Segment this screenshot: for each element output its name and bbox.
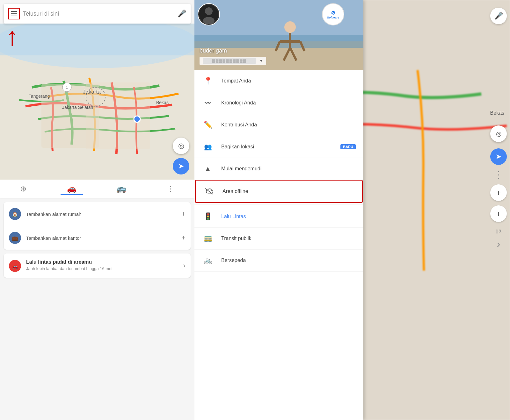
right-plus-button-2[interactable]: + bbox=[490, 205, 507, 222]
profile-dropdown-icon[interactable]: ▼ bbox=[259, 59, 263, 63]
baru-badge: BARU bbox=[340, 144, 356, 149]
profile-email-box[interactable]: ▓▓▓▓▓▓▓▓▓▓ ▼ bbox=[200, 57, 266, 65]
traffic-icon: 🚗 bbox=[9, 260, 21, 272]
right-mic-button[interactable]: 🎤 bbox=[490, 8, 507, 24]
tab-more[interactable]: ⋮ bbox=[160, 183, 181, 195]
cloud-offline-icon bbox=[205, 188, 214, 195]
menu-item-kontribusi[interactable]: ✏️ Kontribusi Anda bbox=[194, 114, 363, 136]
traffic-alert[interactable]: 🚗 Lalu lintas padat di areamu Jauh lebih… bbox=[4, 253, 191, 278]
profile-header: ⚙ Software buder gam ▓▓▓▓▓▓▓▓▓▓ ▼ bbox=[194, 0, 363, 70]
traffic-subtitle: Jauh lebih lambat dan terlambat hingga 1… bbox=[26, 266, 183, 271]
transit-publik-label: Transit publik bbox=[221, 236, 356, 241]
train-icon: 🚃 bbox=[202, 233, 214, 244]
offline-icon bbox=[203, 186, 215, 197]
svg-text:1: 1 bbox=[66, 86, 68, 89]
tab-transit[interactable]: 🚌 bbox=[110, 183, 133, 195]
sidebar-drawer: ⚙ Software buder gam ▓▓▓▓▓▓▓▓▓▓ ▼ 📍 Temp… bbox=[194, 0, 363, 420]
navigate-button[interactable]: ➤ bbox=[173, 158, 189, 174]
right-plus-button[interactable]: + bbox=[490, 184, 507, 201]
mengemudi-label: Mulai mengemudi bbox=[221, 166, 356, 172]
bersepeda-label: Bersepeda bbox=[221, 258, 356, 263]
traffic-chevron-icon: › bbox=[183, 261, 186, 270]
traffic-light-icon: 🚦 bbox=[202, 211, 214, 222]
mic-icon[interactable]: 🎤 bbox=[178, 10, 186, 18]
map-svg: 1 bbox=[0, 24, 194, 180]
svg-rect-2 bbox=[0, 24, 194, 55]
bagikan-label: Bagikan lokasi bbox=[221, 144, 337, 150]
traffic-title: Lalu lintas padat di areamu bbox=[26, 259, 183, 265]
offline-label: Area offline bbox=[222, 189, 354, 194]
hamburger-menu-button[interactable] bbox=[8, 8, 20, 19]
lalu-lintas-label: Lalu Lintas bbox=[221, 214, 356, 219]
search-bar: 🎤 bbox=[4, 4, 191, 24]
svg-point-5 bbox=[134, 116, 140, 122]
right-side-controls: 🎤 Bekas ◎ ➤ ⋮ + + ga › bbox=[363, 0, 510, 420]
address-section: 🏠 Tambahkan alamat rumah + 💼 Tambahkan a… bbox=[4, 202, 191, 250]
add-home-button[interactable]: + bbox=[181, 210, 186, 218]
tempat-label: Tempat Anda bbox=[221, 78, 356, 84]
office-icon: 💼 bbox=[9, 232, 21, 244]
annotation-arrow-up: ↑ bbox=[6, 24, 18, 49]
bottom-tabs: ⊕ 🚗 🚌 ⋮ bbox=[0, 180, 194, 198]
svg-rect-4 bbox=[86, 82, 150, 149]
left-panel: 🎤 ↑ bbox=[0, 0, 194, 420]
menu-item-lalu-lintas[interactable]: 🚦 Lalu Lintas bbox=[194, 206, 363, 228]
map-area[interactable]: 1 Tangerang Jakarta Jakarta Selatan Beka… bbox=[0, 24, 194, 180]
right-bekas-label-2: ga bbox=[496, 228, 501, 234]
menu-item-bagikan[interactable]: 👥 Bagikan lokasi BARU bbox=[194, 136, 363, 158]
menu-item-kronologi[interactable]: 〰️ Kronologi Anda bbox=[194, 92, 363, 114]
traffic-content: Lalu lintas padat di areamu Jauh lebih l… bbox=[26, 259, 183, 271]
address-office[interactable]: 💼 Tambahkan alamat kantor + bbox=[4, 226, 191, 250]
menu-item-offline[interactable]: Area offline ⟸ bbox=[195, 180, 363, 203]
right-chevron-right-icon[interactable]: › bbox=[497, 238, 500, 250]
profile-name: buder gam bbox=[200, 47, 227, 54]
search-input[interactable] bbox=[23, 11, 178, 17]
drive-start-icon: ▲ bbox=[202, 163, 214, 174]
home-icon: 🏠 bbox=[9, 208, 21, 220]
transit-icon: 🚌 bbox=[117, 184, 126, 193]
share-location-icon: 👥 bbox=[202, 141, 214, 153]
address-home-label: Tambahkan alamat rumah bbox=[26, 211, 181, 217]
menu-item-tempat[interactable]: 📍 Tempat Anda bbox=[194, 70, 363, 92]
menu-item-transit-publik[interactable]: 🚃 Transit publik bbox=[194, 228, 363, 250]
location-pin-icon: 📍 bbox=[202, 75, 214, 87]
right-panel: ⚙ Software buder gam ▓▓▓▓▓▓▓▓▓▓ ▼ 📍 Temp… bbox=[194, 0, 510, 420]
bike-icon: 🚲 bbox=[202, 255, 214, 266]
software-label: Software bbox=[327, 16, 339, 19]
location-button[interactable]: ◎ bbox=[173, 138, 189, 154]
menu-separator bbox=[194, 204, 363, 204]
kontribusi-label: Kontribusi Anda bbox=[221, 122, 356, 128]
right-location-button[interactable]: ◎ bbox=[490, 125, 507, 142]
svg-point-22 bbox=[205, 7, 213, 15]
address-home[interactable]: 🏠 Tambahkan alamat rumah + bbox=[4, 202, 191, 226]
menu-list: 📍 Tempat Anda 〰️ Kronologi Anda ✏️ Kontr… bbox=[194, 70, 363, 420]
kronologi-label: Kronologi Anda bbox=[221, 100, 356, 106]
right-more-icon[interactable]: ⋮ bbox=[494, 169, 503, 180]
tab-drive[interactable]: 🚗 bbox=[61, 183, 83, 195]
right-bekas-label: Bekas bbox=[490, 110, 504, 116]
timeline-icon: 〰️ bbox=[202, 97, 214, 109]
software-logo: ⚙ Software bbox=[322, 3, 344, 25]
menu-item-mengemudi[interactable]: ▲ Mulai mengemudi bbox=[194, 158, 363, 180]
menu-item-bersepeda[interactable]: 🚲 Bersepeda bbox=[194, 250, 363, 272]
more-icon: ⋮ bbox=[167, 184, 174, 193]
address-office-label: Tambahkan alamat kantor bbox=[26, 235, 181, 241]
svg-point-14 bbox=[284, 21, 296, 33]
avatar-image bbox=[199, 5, 218, 24]
drive-icon: 🚗 bbox=[67, 184, 76, 193]
right-nav-button[interactable]: ➤ bbox=[490, 148, 507, 165]
add-office-button[interactable]: + bbox=[181, 234, 186, 242]
profile-avatar[interactable] bbox=[198, 3, 220, 25]
profile-email: ▓▓▓▓▓▓▓▓▓▓ bbox=[203, 58, 256, 64]
tab-saved[interactable]: ⊕ bbox=[14, 183, 33, 195]
saved-icon: ⊕ bbox=[20, 184, 26, 193]
edit-icon: ✏️ bbox=[202, 119, 214, 131]
